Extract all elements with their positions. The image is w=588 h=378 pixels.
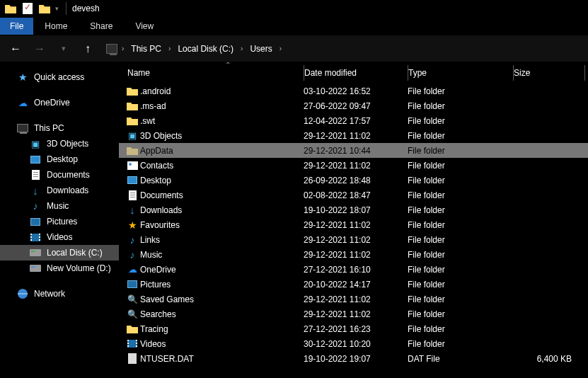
col-name[interactable]: Name — [125, 68, 304, 78]
file-name: Searches — [140, 309, 304, 319]
qat-properties-icon[interactable] — [20, 1, 35, 16]
file-name: Favourites — [140, 220, 304, 230]
file-row[interactable]: Documents02-08-2022 18:47File folder — [119, 188, 588, 202]
menu-home[interactable]: Home — [33, 18, 79, 35]
pc-icon — [106, 43, 117, 55]
file-row[interactable]: ↓Downloads19-10-2022 18:07File folder — [119, 202, 588, 217]
crumb-thispc[interactable]: This PC — [128, 41, 164, 57]
file-row[interactable]: .swt12-04-2022 17:57File folder — [119, 113, 588, 128]
file-row[interactable]: .ms-ad27-06-2022 09:47File folder — [119, 98, 588, 113]
file-date: 29-12-2021 11:02 — [304, 220, 408, 230]
file-icon — [128, 353, 137, 364]
star-icon: ★ — [128, 219, 137, 231]
file-type: File folder — [408, 265, 512, 275]
file-row[interactable]: Tracing27-12-2021 16:23File folder — [119, 321, 588, 336]
file-date: 29-12-2021 11:02 — [304, 250, 408, 260]
file-row[interactable]: NTUSER.DAT19-10-2022 19:07DAT File6,400 … — [119, 351, 588, 366]
divider — [66, 2, 67, 15]
crumb-users[interactable]: Users — [247, 41, 275, 57]
file-type: File folder — [408, 339, 512, 349]
file-date: 29-12-2021 11:02 — [304, 161, 408, 171]
file-row[interactable]: ♪Links29-12-2021 11:02File folder — [119, 232, 588, 247]
file-type: File folder — [408, 235, 512, 245]
col-sep[interactable] — [584, 65, 585, 81]
nav-forward-icon[interactable]: → — [31, 42, 48, 55]
file-type: File folder — [408, 205, 512, 215]
file-type: File folder — [408, 190, 512, 200]
chevron-right-icon[interactable]: › — [278, 45, 283, 52]
file-name: Links — [140, 235, 304, 245]
file-row[interactable]: Videos30-12-2021 10:20File folder — [119, 336, 588, 351]
folder-icon — [127, 146, 138, 155]
file-row[interactable]: Contacts29-12-2021 11:02File folder — [119, 158, 588, 173]
file-row[interactable]: 🔍Saved Games29-12-2021 11:02File folder — [119, 292, 588, 307]
menu-view[interactable]: View — [124, 18, 165, 35]
tree-onedrive[interactable]: ☁OneDrive — [0, 95, 119, 110]
menu-file[interactable]: File — [0, 18, 33, 35]
file-name: .android — [140, 86, 304, 96]
tree-quick-access[interactable]: ★Quick access — [0, 69, 119, 85]
file-name: .swt — [140, 116, 304, 126]
file-row[interactable]: AppData29-12-2021 10:44File folder — [119, 143, 588, 158]
desktop-icon — [127, 176, 137, 184]
ribbon-tabs: File Home Share View — [0, 17, 588, 35]
file-row[interactable]: 🔍Searches29-12-2021 11:02File folder — [119, 307, 588, 321]
file-name: Downloads — [140, 205, 304, 215]
nav-up-icon[interactable]: ↑ — [79, 42, 96, 55]
chevron-right-icon[interactable]: › — [120, 45, 125, 52]
tree-network[interactable]: Network — [0, 286, 119, 302]
file-row[interactable]: Desktop26-09-2022 18:48File folder — [119, 173, 588, 188]
file-name: Music — [140, 250, 304, 260]
nav-recent-icon[interactable]: ▾ — [55, 44, 72, 53]
tree-label: Videos — [47, 232, 72, 242]
star-icon: ★ — [17, 71, 28, 83]
file-name: Pictures — [140, 280, 304, 290]
picture-icon — [127, 280, 137, 288]
file-row[interactable]: ▣3D Objects29-12-2021 11:02File folder — [119, 128, 588, 143]
file-name: Saved Games — [140, 294, 304, 304]
chevron-right-icon[interactable]: › — [239, 45, 244, 52]
file-type: File folder — [408, 131, 512, 141]
file-list-panel: ⌃ Name Date modified Type Size .android0… — [119, 62, 588, 378]
col-size[interactable]: Size — [514, 68, 584, 78]
tree-pictures[interactable]: Pictures — [0, 214, 119, 229]
chevron-right-icon[interactable]: › — [167, 45, 172, 52]
tree-desktop[interactable]: Desktop — [0, 151, 119, 167]
tree-downloads[interactable]: ↓Downloads — [0, 183, 119, 198]
tree-documents[interactable]: Documents — [0, 167, 119, 183]
cube-icon: ▣ — [128, 130, 137, 141]
nav-back-icon[interactable]: ← — [7, 42, 24, 55]
menu-share[interactable]: Share — [79, 18, 124, 35]
file-row[interactable]: Pictures20-10-2022 14:17File folder — [119, 277, 588, 292]
tree-label: Network — [34, 289, 65, 299]
tree-label: Quick access — [34, 72, 84, 82]
tree-label: New Volume (D:) — [47, 263, 111, 273]
tree-3d-objects[interactable]: ▣3D Objects — [0, 136, 119, 151]
breadcrumb[interactable]: › This PC › Local Disk (C:) › Users › — [103, 39, 286, 59]
tree-music[interactable]: ♪Music — [0, 198, 119, 214]
crumb-drive[interactable]: Local Disk (C:) — [175, 41, 236, 57]
file-type: File folder — [408, 250, 512, 260]
file-row[interactable]: .android03-10-2022 16:52File folder — [119, 84, 588, 98]
nav-tree[interactable]: ★Quick access ☁OneDrive This PC ▣3D Obje… — [0, 62, 119, 378]
col-type[interactable]: Type — [408, 68, 513, 78]
file-row[interactable]: ☁OneDrive27-12-2021 16:10File folder — [119, 262, 588, 277]
qat-folder-icon[interactable] — [37, 1, 52, 16]
file-name: Tracing — [140, 324, 304, 334]
tree-drive-c[interactable]: Local Disk (C:) — [0, 245, 119, 260]
cube-icon: ▣ — [30, 138, 41, 149]
col-date[interactable]: Date modified — [304, 68, 408, 78]
tree-label: Documents — [47, 170, 90, 180]
qat-overflow-icon[interactable]: ▾ — [55, 5, 59, 12]
file-row[interactable]: ♪Music29-12-2021 11:02File folder — [119, 247, 588, 262]
app-folder-icon — [3, 1, 18, 16]
file-row[interactable]: ★Favourites29-12-2021 11:02File folder — [119, 217, 588, 232]
file-type: File folder — [408, 161, 512, 171]
tree-videos[interactable]: Videos — [0, 229, 119, 245]
file-name: Desktop — [140, 176, 304, 185]
tree-this-pc[interactable]: This PC — [0, 120, 119, 136]
file-type: File folder — [408, 116, 512, 126]
tree-drive-d[interactable]: New Volume (D:) — [0, 260, 119, 276]
file-type: File folder — [408, 146, 512, 156]
file-type: File folder — [408, 324, 512, 334]
